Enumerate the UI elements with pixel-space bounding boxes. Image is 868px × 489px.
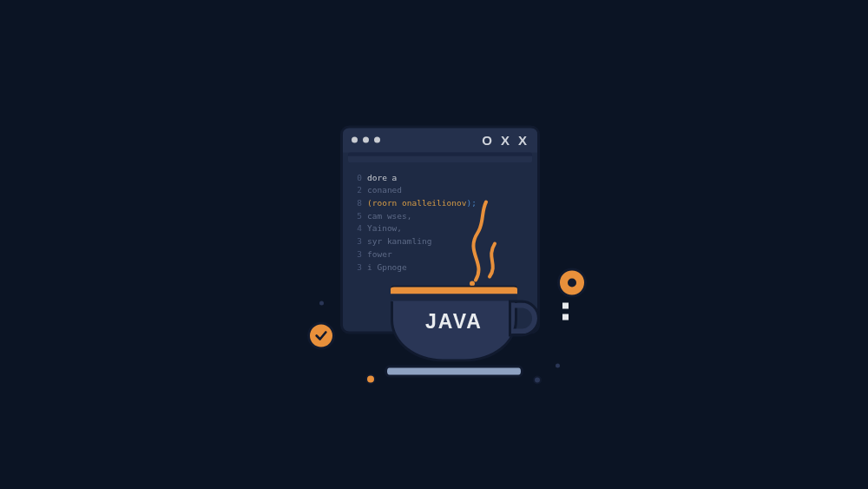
minimize-icon: O bbox=[482, 133, 494, 148]
decorative-dot-icon bbox=[556, 363, 560, 367]
decorative-dot-icon bbox=[533, 375, 542, 384]
window-titlebar: O X X bbox=[343, 128, 537, 152]
close-icon: X bbox=[501, 133, 511, 148]
code-token: syr kanamling bbox=[367, 236, 431, 246]
code-token: fower bbox=[367, 248, 392, 258]
code-token: Yainow, bbox=[367, 223, 402, 233]
code-token: roorn onalleilionov bbox=[372, 197, 467, 207]
cup-label: JAVA bbox=[425, 309, 483, 333]
code-token: cam wses, bbox=[367, 210, 411, 220]
traffic-light-dot bbox=[352, 137, 358, 143]
traffic-light-dot bbox=[374, 137, 380, 143]
decorative-dot-icon bbox=[365, 373, 376, 384]
check-badge-icon bbox=[307, 321, 335, 349]
cup-rim bbox=[391, 285, 517, 294]
maximize-icon: X bbox=[518, 133, 529, 148]
pip bbox=[562, 302, 569, 308]
pip bbox=[562, 314, 569, 320]
decorative-pips bbox=[562, 302, 569, 320]
cup-body: JAVA bbox=[391, 301, 517, 361]
ring-badge-icon bbox=[557, 268, 587, 297]
code-token: conaned bbox=[367, 185, 402, 195]
java-cup: JAVA bbox=[376, 285, 532, 377]
traffic-lights bbox=[352, 137, 380, 143]
tab-strip bbox=[348, 152, 532, 162]
code-token: i Gpnoge bbox=[367, 261, 407, 271]
decorative-dot-icon bbox=[319, 301, 324, 305]
code-token: dore a bbox=[367, 172, 397, 182]
saucer bbox=[385, 365, 523, 377]
cup-inner bbox=[391, 294, 517, 301]
traffic-light-dot bbox=[363, 137, 369, 143]
steam-icon bbox=[460, 200, 512, 287]
window-controls: O X X bbox=[482, 133, 529, 148]
